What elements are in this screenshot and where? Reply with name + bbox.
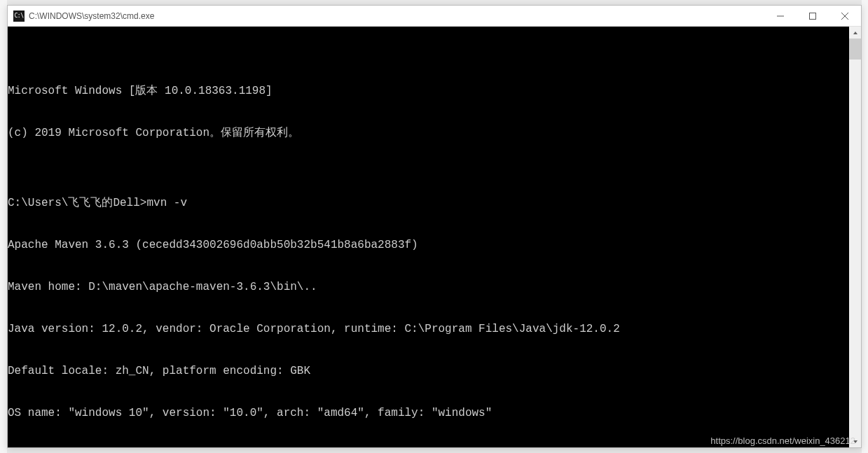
- terminal-line: (c) 2019 Microsoft Corporation。保留所有权利。: [8, 126, 849, 140]
- terminal-area[interactable]: Microsoft Windows [版本 10.0.18363.1198] (…: [8, 27, 861, 447]
- terminal-line: Maven home: D:\maven\apache-maven-3.6.3\…: [8, 280, 849, 294]
- svg-rect-1: [810, 13, 816, 20]
- chevron-up-icon: [853, 30, 858, 36]
- svg-marker-5: [853, 440, 857, 443]
- terminal-line: Microsoft Windows [版本 10.0.18363.1198]: [8, 84, 849, 98]
- background-left-sliver: [0, 0, 7, 453]
- minimize-button[interactable]: [764, 6, 797, 27]
- scrollbar-down-arrow[interactable]: [849, 435, 861, 447]
- close-icon: [841, 13, 848, 20]
- window-title: C:\WINDOWS\system32\cmd.exe: [29, 11, 154, 21]
- cmd-window: C:\ C:\WINDOWS\system32\cmd.exe Microsof…: [7, 5, 862, 448]
- maximize-button[interactable]: [797, 6, 829, 27]
- window-controls: [764, 6, 861, 27]
- scrollbar-up-arrow[interactable]: [849, 27, 861, 39]
- terminal-line: Apache Maven 3.6.3 (cecedd343002696d0abb…: [8, 238, 849, 252]
- svg-marker-4: [853, 32, 857, 34]
- terminal-content: Microsoft Windows [版本 10.0.18363.1198] (…: [8, 56, 861, 447]
- terminal-line: OS name: "windows 10", version: "10.0", …: [8, 406, 849, 420]
- close-button[interactable]: [829, 6, 861, 27]
- terminal-line: Default locale: zh_CN, platform encoding…: [8, 364, 849, 378]
- cmd-icon: C:\: [13, 11, 25, 22]
- titlebar[interactable]: C:\ C:\WINDOWS\system32\cmd.exe: [8, 6, 861, 27]
- background-right-sliver: [862, 0, 868, 453]
- terminal-line: Java version: 12.0.2, vendor: Oracle Cor…: [8, 322, 849, 336]
- maximize-icon: [809, 13, 816, 20]
- scrollbar[interactable]: [849, 27, 861, 447]
- minimize-icon: [777, 13, 784, 20]
- chevron-down-icon: [853, 439, 858, 445]
- scrollbar-thumb[interactable]: [849, 39, 861, 60]
- terminal-line: C:\Users\飞飞飞的Dell>mvn -v: [8, 196, 849, 210]
- scrollbar-track-space[interactable]: [849, 60, 861, 435]
